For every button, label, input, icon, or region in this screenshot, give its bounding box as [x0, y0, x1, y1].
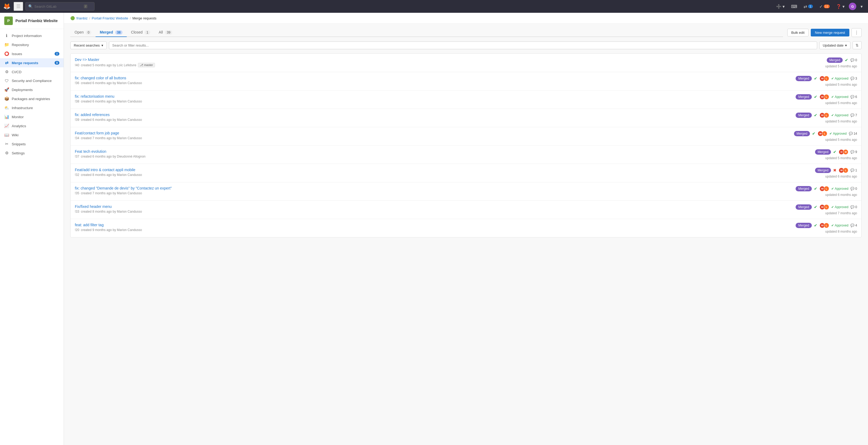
sidebar-item-analytics[interactable]: 📈 Analytics	[0, 121, 64, 130]
comment-icon: 💬	[850, 187, 855, 191]
mr-updated-ago: updated 5 months ago	[826, 83, 857, 87]
comment-count: 7	[855, 114, 857, 117]
tab-closed[interactable]: Closed 1	[127, 28, 154, 37]
mr-item-right: Merged✔💬 0updated 5 months ago	[767, 58, 857, 68]
recent-searches-dropdown[interactable]: Recent searches ▾	[70, 41, 107, 49]
approved-badge: ✔ Approved	[831, 224, 848, 227]
updated-date-dropdown[interactable]: Updated date ▾	[819, 41, 850, 49]
mr-created-ago: created 6 months ago by Dieudonné Allogn…	[81, 155, 146, 158]
hamburger-menu-button[interactable]: ☰	[13, 2, 23, 11]
avatar: L	[824, 186, 829, 191]
approved-label: Approved	[835, 114, 848, 117]
search-input[interactable]	[34, 4, 82, 8]
approved-badge: ✔ Approved	[831, 95, 848, 99]
mr-title[interactable]: fix: changed "Demande de devis" by "Cont…	[75, 186, 763, 190]
comment-icon: 💬	[850, 150, 855, 154]
mr-item-left: Dev => Master!40 created 5 months ago by…	[75, 58, 763, 67]
mr-title[interactable]: Feat tech evolution	[75, 149, 763, 154]
search-filter-input[interactable]	[109, 41, 817, 49]
sidebar-item-deployments[interactable]: 🚀 Deployments	[0, 85, 64, 94]
comments-count: 💬 6	[850, 95, 857, 99]
ci-status-icon: ✔	[833, 150, 837, 154]
merge-requests-nav-button[interactable]: ⇄ 1	[801, 3, 815, 10]
avatar-dropdown-button[interactable]: ▾	[859, 3, 865, 10]
new-mr-button[interactable]: New merge request	[811, 29, 849, 36]
sidebar-item-packages-registries[interactable]: 📦 Packages and registries	[0, 94, 64, 103]
sidebar-item-label: Infrastructure	[12, 106, 33, 110]
tab-closed-count: 1	[145, 30, 150, 35]
help-button[interactable]: ❓ ▾	[834, 3, 847, 10]
sidebar-item-ci-cd[interactable]: ⚙ CI/CD	[0, 67, 64, 76]
sidebar-item-label: Merge requests	[12, 61, 38, 65]
breadcrumb-project-link[interactable]: Portail Frianbiz Website	[92, 16, 128, 20]
global-search-box[interactable]: 🔍 /	[25, 2, 95, 11]
tab-all[interactable]: All 39	[154, 28, 177, 37]
mr-title[interactable]: Fix/fixed header menu	[75, 204, 763, 209]
reviewer-avatars: DM	[839, 149, 848, 155]
mr-updated-ago: updated 7 months ago	[826, 211, 857, 215]
mr-title[interactable]: feat: add filter tag	[75, 223, 763, 227]
mr-created-ago: created 5 months ago by Loïc Lefebvre	[81, 63, 136, 67]
tab-all-count: 39	[165, 30, 172, 35]
mr-right-top: Merged✔ML✔ Approved💬 0	[796, 186, 857, 191]
comments-count: 💬 7	[850, 114, 857, 117]
mr-item-right: Merged✖ML💬 1updated 6 months ago	[767, 168, 857, 178]
deployments-icon: 🚀	[4, 87, 9, 92]
create-new-button[interactable]: ➕ ▾	[774, 3, 787, 10]
mr-number: !20	[75, 228, 79, 232]
comments-count: 💬 0	[850, 205, 857, 209]
mr-title[interactable]: Dev => Master	[75, 58, 763, 62]
bulk-edit-button[interactable]: Bulk edit	[787, 29, 809, 36]
table-row: Feat/add intro & contact appli mobile!32…	[70, 164, 861, 182]
sidebar-item-settings[interactable]: ⚙ Settings	[0, 149, 64, 158]
tab-merged[interactable]: Merged 38	[96, 28, 127, 37]
mr-item-left: Feat/contact form job page!34 created 7 …	[75, 131, 763, 140]
mr-updated-ago: updated 5 months ago	[826, 120, 857, 123]
user-avatar[interactable]: G	[849, 3, 856, 10]
sidebar-item-snippets[interactable]: ✂ Snippets	[0, 139, 64, 149]
breadcrumb: 🟢 frianbiz / Portail Frianbiz Website / …	[64, 13, 868, 24]
mr-title[interactable]: fix: refactorisation menu	[75, 94, 763, 98]
mr-title[interactable]: Feat/contact form job page	[75, 131, 763, 135]
sidebar-item-wiki[interactable]: 📖 Wiki	[0, 130, 64, 139]
tab-open[interactable]: Open 0	[70, 28, 96, 37]
sidebar-item-security-compliance[interactable]: 🛡 Security and Compliance	[0, 76, 64, 85]
comment-count: 0	[855, 58, 857, 62]
sidebar-item-infrastructure[interactable]: ⛅ Infrastructure	[0, 103, 64, 112]
mr-title[interactable]: Feat/add intro & contact appli mobile	[75, 168, 763, 172]
mr-right-top: Merged✔ML✔ Approved💬 14	[794, 131, 857, 136]
slash-badge: /	[84, 4, 87, 8]
mr-title[interactable]: fix: changed color of all buttons	[75, 76, 763, 80]
ci-status-icon: ✔	[814, 223, 817, 228]
approved-label: Approved	[835, 77, 848, 81]
sort-direction-button[interactable]: ⇅	[852, 41, 862, 49]
approved-badge: ✔ Approved	[831, 114, 848, 117]
sidebar-item-issues[interactable]: ⭕ Issues 0	[0, 49, 64, 58]
table-row: Feat tech evolution!37 created 6 months …	[70, 146, 861, 164]
comment-count: 1	[855, 168, 857, 172]
issues-icon: ⭕	[4, 51, 9, 56]
mr-meta: !35 created 7 months ago by Marion Candu…	[75, 191, 763, 195]
mr-right-top: Merged✔ML✔ Approved💬 4	[796, 223, 857, 228]
more-actions-button[interactable]: ⋮	[851, 28, 862, 37]
comment-count: 4	[855, 224, 857, 227]
mr-right-top: Merged✔ML✔ Approved💬 0	[796, 204, 857, 210]
breadcrumb-org-link[interactable]: frianbiz	[76, 16, 88, 20]
sidebar: P Portail Frianbiz Website ℹ Project inf…	[0, 13, 64, 445]
org-icon: 🟢	[70, 16, 75, 20]
mr-item-left: Feat/add intro & contact appli mobile!32…	[75, 168, 763, 177]
todos-button[interactable]: ✓ 11	[817, 3, 832, 10]
sidebar-project-header[interactable]: P Portail Frianbiz Website	[0, 13, 64, 29]
comments-count: 💬 14	[849, 132, 857, 135]
mr-list-container: Open 0 Merged 38 Closed 1 All 39	[64, 24, 868, 242]
sidebar-item-merge-requests[interactable]: ⇄ Merge requests 0	[0, 58, 64, 67]
snippets-button[interactable]: ⌨	[789, 3, 799, 10]
mr-item-left: fix: added references!39 created 6 month…	[75, 113, 763, 122]
sidebar-item-monitor[interactable]: 📊 Monitor	[0, 112, 64, 121]
avatar: L	[824, 204, 829, 210]
sidebar-item-project-information[interactable]: ℹ Project information	[0, 31, 64, 40]
ci-status-icon: ✔	[814, 113, 817, 118]
mr-title[interactable]: fix: added references	[75, 113, 763, 117]
sidebar-item-repository[interactable]: 📁 Repository	[0, 40, 64, 49]
mr-created-ago: created 9 months ago by Marion Candusso	[81, 228, 142, 232]
